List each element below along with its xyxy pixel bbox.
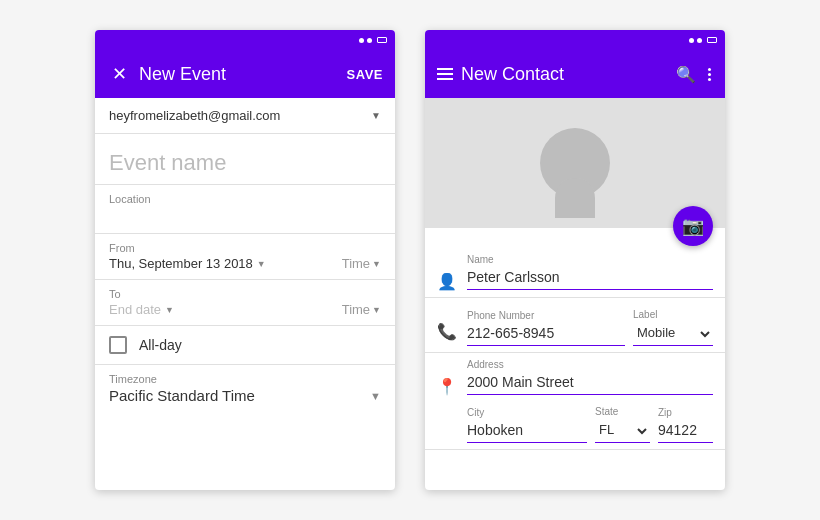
contact-appbar: New Contact 🔍	[425, 50, 725, 98]
from-field: From Thu, September 13 2018 ▼ Time ▼	[95, 234, 395, 280]
from-time-arrow: ▼	[372, 259, 381, 269]
contact-signal-icon	[689, 38, 694, 43]
phone-input-row: Phone Number Label Mobile Home Work	[467, 304, 713, 346]
to-date-selector[interactable]: End date ▼	[109, 302, 174, 317]
camera-icon: 📷	[682, 215, 704, 237]
contact-battery-icon	[707, 37, 717, 43]
address-input[interactable]	[467, 372, 713, 395]
location-field: Location	[95, 185, 395, 234]
zip-wrap: Zip	[658, 402, 713, 443]
phone-label-wrap: Label Mobile Home Work	[633, 304, 713, 346]
wifi-icon	[367, 38, 372, 43]
signal-icon	[359, 38, 364, 43]
state-select[interactable]: FL CA NY	[595, 419, 650, 443]
event-appbar: ✕ New Event SAVE	[95, 50, 395, 98]
phone-field: Phone Number Label Mobile Home Work	[467, 304, 713, 346]
close-button[interactable]: ✕	[107, 62, 131, 86]
name-field: Name	[467, 254, 713, 290]
person-icon: 👤	[437, 272, 457, 291]
contact-title: New Contact	[461, 64, 666, 85]
allday-row: All-day	[95, 326, 395, 365]
phone-type-label: Label	[633, 309, 657, 320]
event-form: heyfromelizabeth@gmail.com ▼ Location Fr…	[95, 98, 395, 490]
event-title: New Event	[139, 64, 339, 85]
account-dropdown-arrow: ▼	[371, 110, 381, 121]
avatar-area: 📷	[425, 98, 725, 228]
from-label: From	[109, 242, 381, 254]
timezone-value: Pacific Standard Time	[109, 387, 370, 404]
state-label: State	[595, 406, 618, 417]
location-label: Location	[109, 193, 381, 205]
to-time-selector[interactable]: Time ▼	[342, 302, 381, 317]
account-selector[interactable]: heyfromelizabeth@gmail.com ▼	[95, 98, 395, 134]
status-bar-event	[95, 30, 395, 50]
city-wrap: City	[467, 402, 587, 443]
phone-number-input[interactable]	[467, 323, 625, 346]
timezone-row[interactable]: Pacific Standard Time ▼	[109, 387, 381, 404]
from-time-value: Time	[342, 256, 370, 271]
address-row: 📍 Address City State FL CA NY	[425, 353, 725, 450]
allday-checkbox[interactable]	[109, 336, 127, 354]
timezone-field: Timezone Pacific Standard Time ▼	[95, 365, 395, 412]
name-row: 👤 Name	[425, 248, 725, 298]
account-email: heyfromelizabeth@gmail.com	[109, 108, 371, 123]
new-event-frame: ✕ New Event SAVE heyfromelizabeth@gmail.…	[95, 30, 395, 490]
event-name-input[interactable]	[95, 134, 395, 185]
from-date-value: Thu, September 13 2018	[109, 256, 253, 271]
contact-wifi-icon	[697, 38, 702, 43]
phone-number-label: Phone Number	[467, 310, 534, 321]
zip-label: Zip	[658, 407, 672, 418]
to-label: To	[109, 288, 381, 300]
name-input[interactable]	[467, 267, 713, 290]
status-bar-contact	[425, 30, 725, 50]
address-label: Address	[467, 359, 713, 370]
timezone-arrow: ▼	[370, 390, 381, 402]
phone-number-wrap: Phone Number	[467, 305, 625, 346]
more-options-button[interactable]	[706, 66, 713, 83]
from-date-selector[interactable]: Thu, September 13 2018 ▼	[109, 256, 266, 271]
status-icons	[359, 37, 387, 43]
hamburger-menu-button[interactable]	[437, 68, 453, 80]
phone-row: 📞 Phone Number Label Mobile Home Work	[425, 298, 725, 353]
state-wrap: State FL CA NY	[595, 401, 650, 443]
address-field: Address City State FL CA NY	[467, 359, 713, 443]
allday-label: All-day	[139, 337, 182, 353]
from-date-arrow: ▼	[257, 259, 266, 269]
camera-button[interactable]: 📷	[673, 206, 713, 246]
to-row: End date ▼ Time ▼	[109, 302, 381, 317]
search-button[interactable]: 🔍	[674, 62, 698, 86]
battery-icon	[377, 37, 387, 43]
to-time-value: Time	[342, 302, 370, 317]
from-time-selector[interactable]: Time ▼	[342, 256, 381, 271]
contact-fields: 👤 Name 📞 Phone Number Label Mobi	[425, 248, 725, 490]
new-contact-frame: New Contact 🔍 📷 👤 Name 📞	[425, 30, 725, 490]
to-time-arrow: ▼	[372, 305, 381, 315]
timezone-label: Timezone	[109, 373, 381, 385]
name-label: Name	[467, 254, 713, 265]
location-icon: 📍	[437, 377, 457, 396]
save-button[interactable]: SAVE	[347, 67, 383, 82]
phone-type-select[interactable]: Mobile Home Work	[633, 322, 713, 346]
phone-icon: 📞	[437, 322, 457, 341]
zip-input[interactable]	[658, 420, 713, 443]
contact-status-icons	[689, 37, 717, 43]
location-input[interactable]	[109, 209, 381, 224]
to-date-value: End date	[109, 302, 161, 317]
to-date-arrow: ▼	[165, 305, 174, 315]
city-state-zip-row: City State FL CA NY Zip	[467, 401, 713, 443]
from-row: Thu, September 13 2018 ▼ Time ▼	[109, 256, 381, 271]
to-field: To End date ▼ Time ▼	[95, 280, 395, 326]
city-label: City	[467, 407, 484, 418]
city-input[interactable]	[467, 420, 587, 443]
avatar	[540, 128, 610, 198]
